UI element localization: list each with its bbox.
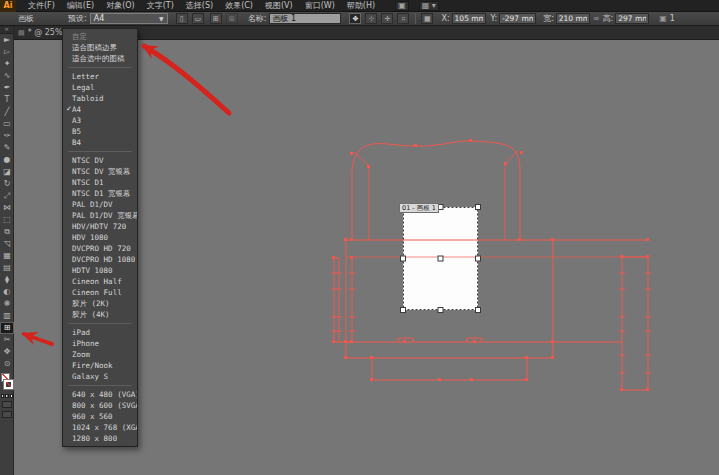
tool-direct-selection[interactable]: ▻: [0, 46, 14, 58]
menu-effect[interactable]: 效果(C): [219, 0, 259, 12]
preset-item-pal-d1-dv-widescreen[interactable]: PAL D1/DV 宽银幕: [63, 210, 137, 221]
tool-selection[interactable]: ►: [0, 34, 14, 46]
preset-item-ipad[interactable]: iPad: [63, 327, 137, 338]
preset-item-legal[interactable]: Legal: [63, 82, 137, 93]
preset-item-ntsc-dv[interactable]: NTSC DV: [63, 155, 137, 166]
tool-type[interactable]: T: [0, 94, 14, 106]
menu-type[interactable]: 文字(T): [141, 0, 180, 12]
preset-item-custom[interactable]: 自定: [63, 31, 137, 42]
preset-item-3[interactable]: [68, 67, 132, 68]
preset-item-iphone[interactable]: iPhone: [63, 338, 137, 349]
tool-column-graph[interactable]: ▥: [0, 310, 14, 322]
show-center-mark-button[interactable]: ⊹: [365, 13, 377, 24]
tool-free-transform[interactable]: ⬚: [0, 214, 14, 226]
preset-item-b5[interactable]: B5: [63, 126, 137, 137]
rearrange-artboards-button[interactable]: ▦: [421, 13, 433, 24]
menu-window[interactable]: 窗口(W): [299, 0, 341, 12]
preset-item-dvcpro-hd-1080[interactable]: DVCPRO HD 1080: [63, 254, 137, 265]
tool-mesh[interactable]: ▦: [0, 250, 14, 262]
drawing-mode-button[interactable]: [2, 401, 12, 408]
artboard-name-input[interactable]: [269, 13, 341, 24]
preset-item-a4[interactable]: A4: [63, 104, 137, 115]
landscape-orientation-button[interactable]: ▭: [192, 13, 204, 24]
preset-combo[interactable]: A4 ▼: [90, 13, 168, 24]
show-cross-hairs-button[interactable]: ✛: [381, 13, 393, 24]
color-mini-button[interactable]: [1, 394, 4, 398]
preset-item-33[interactable]: [68, 385, 132, 386]
preset-item-cineon-half[interactable]: Cineon Half: [63, 276, 137, 287]
gradient-mini-button[interactable]: [5, 394, 8, 398]
preset-item-ntsc-dv-widescreen[interactable]: NTSC DV 宽银幕: [63, 166, 137, 177]
menu-select[interactable]: 选择(S): [180, 0, 219, 12]
tool-artboard[interactable]: ⊞: [0, 322, 14, 334]
preset-item-1024x768[interactable]: 1024 x 768 (XGA): [63, 422, 137, 433]
tool-rectangle[interactable]: ▭: [0, 118, 14, 130]
height-field[interactable]: [615, 13, 649, 24]
screen-mode-button[interactable]: [2, 411, 12, 418]
menu-object[interactable]: 对象(O): [100, 0, 141, 12]
preset-item-hdtv-1080[interactable]: HDTV 1080: [63, 265, 137, 276]
menu-file[interactable]: 文件(F): [22, 0, 61, 12]
tool-eraser[interactable]: ◪: [0, 166, 14, 178]
preset-item-800x600[interactable]: 800 x 600 (SVGA): [63, 400, 137, 411]
preset-item-a3[interactable]: A3: [63, 115, 137, 126]
tool-line-segment[interactable]: ╱: [0, 106, 14, 118]
portrait-orientation-button[interactable]: ▯: [176, 13, 188, 24]
preset-item-11[interactable]: [68, 151, 132, 152]
preset-item-ntsc-d1[interactable]: NTSC D1: [63, 177, 137, 188]
preset-item-fit-artwork-bounds[interactable]: 适合图稿边界: [63, 42, 137, 53]
none-mini-button[interactable]: [10, 394, 13, 398]
preset-item-zoom[interactable]: Zoom: [63, 349, 137, 360]
preset-item-dvcpro-hd-720[interactable]: DVCPRO HD 720: [63, 243, 137, 254]
tool-pen[interactable]: ✒: [0, 82, 14, 94]
preset-item-b4[interactable]: B4: [63, 137, 137, 148]
preset-item-fit-selected-art[interactable]: 适合选中的图稿: [63, 53, 137, 64]
tool-blob-brush[interactable]: ●: [0, 154, 14, 166]
tool-lasso[interactable]: ∿: [0, 70, 14, 82]
tool-hand[interactable]: ✥: [0, 346, 14, 358]
artboard-name-badge[interactable]: 01 - 画板 1: [399, 203, 439, 213]
menu-help[interactable]: 帮助(H): [341, 0, 381, 12]
tool-eyedropper[interactable]: ⧫: [0, 274, 14, 286]
workspace-switcher[interactable]: ▦ ▾: [419, 1, 439, 11]
delete-artboard-button[interactable]: ⊠: [226, 13, 238, 24]
tools-panel-header[interactable]: ≡: [0, 26, 13, 34]
preset-item-640x480[interactable]: 640 x 480 (VGA): [63, 389, 137, 400]
x-field[interactable]: [452, 13, 486, 24]
preset-item-fire-nook[interactable]: Fire/Nook: [63, 360, 137, 371]
tool-width[interactable]: ⋈: [0, 202, 14, 214]
preset-item-960x560[interactable]: 960 x 560: [63, 411, 137, 422]
preset-item-letter[interactable]: Letter: [63, 71, 137, 82]
tool-zoom[interactable]: ⊙: [0, 358, 14, 370]
tool-symbol-sprayer[interactable]: ❋: [0, 298, 14, 310]
tool-scale[interactable]: ⤢: [0, 190, 14, 202]
tool-paintbrush[interactable]: ✑: [0, 130, 14, 142]
tool-gradient[interactable]: ▤: [0, 262, 14, 274]
preset-item-ntsc-d1-widescreen[interactable]: NTSC D1 宽银幕: [63, 188, 137, 199]
menu-edit[interactable]: 编辑(E): [61, 0, 100, 12]
move-copy-artwork-toggle[interactable]: ✥: [349, 13, 361, 24]
menu-view[interactable]: 视图(V): [259, 0, 299, 12]
preset-item-27[interactable]: [68, 323, 132, 324]
bridge-icon[interactable]: ▣: [395, 1, 409, 11]
link-dimensions-icon[interactable]: ∞: [593, 14, 600, 23]
y-field[interactable]: [499, 13, 536, 24]
preset-item-film-4k[interactable]: 胶片 (4K): [63, 309, 137, 320]
tool-slice[interactable]: ✂: [0, 334, 14, 346]
preset-item-cineon-full[interactable]: Cineon Full: [63, 287, 137, 298]
preset-item-galaxy-s[interactable]: Galaxy S: [63, 371, 137, 382]
preset-item-hdv-hdtv-720[interactable]: HDV/HDTV 720: [63, 221, 137, 232]
preset-item-film-2k[interactable]: 胶片 (2K): [63, 298, 137, 309]
new-artboard-button[interactable]: ⊞: [210, 13, 222, 24]
tool-rotate[interactable]: ↻: [0, 178, 14, 190]
stroke-swatch[interactable]: [4, 380, 13, 389]
width-field[interactable]: [556, 13, 590, 24]
show-video-safe-areas-button[interactable]: ⌗: [397, 13, 409, 24]
tool-magic-wand[interactable]: ✦: [0, 58, 14, 70]
tool-blend[interactable]: ◐: [0, 286, 14, 298]
preset-item-hdv-1080[interactable]: HDV 1080: [63, 232, 137, 243]
tool-perspective-grid[interactable]: ◹: [0, 238, 14, 250]
preset-item-1280x800[interactable]: 1280 x 800: [63, 433, 137, 444]
preset-item-pal-d1-dv[interactable]: PAL D1/DV: [63, 199, 137, 210]
tool-shape-builder[interactable]: ⧉: [0, 226, 14, 238]
